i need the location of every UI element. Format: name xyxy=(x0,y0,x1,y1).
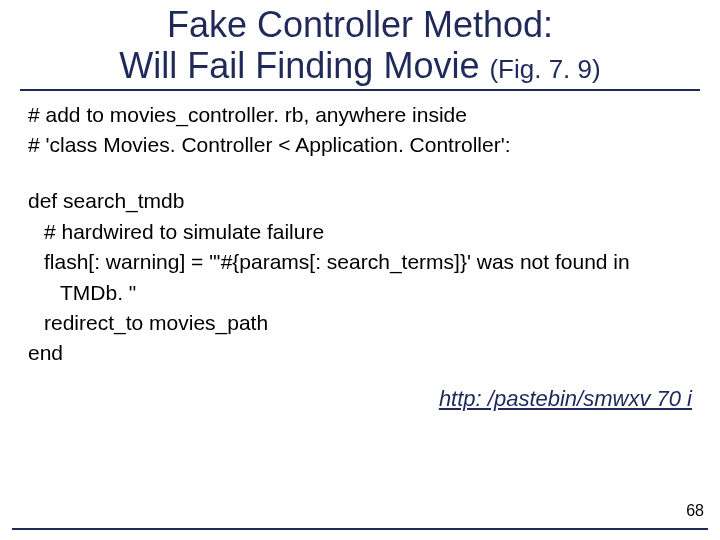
figure-reference: (Fig. 7. 9) xyxy=(489,54,600,84)
pastebin-link[interactable]: http: /pastebin/smwxv 70 i xyxy=(0,386,692,412)
page-number: 68 xyxy=(686,502,704,520)
code-def: def search_tmdb xyxy=(28,187,692,215)
comment-line-1: # add to movies_controller. rb, anywhere… xyxy=(28,101,692,129)
code-flash-line-1: flash[: warning] = "'#{params[: search_t… xyxy=(28,248,692,276)
comment-line-2: # 'class Movies. Controller < Applicatio… xyxy=(28,131,692,159)
slide-title: Fake Controller Method: Will Fail Findin… xyxy=(0,0,720,87)
code-end: end xyxy=(28,339,692,367)
code-flash-line-2: TMDb. " xyxy=(28,279,692,307)
title-line-1: Fake Controller Method: xyxy=(20,4,700,45)
footer-divider xyxy=(12,528,708,530)
code-block: def search_tmdb # hardwired to simulate … xyxy=(28,187,692,367)
slide: Fake Controller Method: Will Fail Findin… xyxy=(0,0,720,540)
title-main: Will Fail Finding Movie xyxy=(119,45,489,86)
code-comment-hardwired: # hardwired to simulate failure xyxy=(28,218,692,246)
slide-body: # add to movies_controller. rb, anywhere… xyxy=(0,91,720,368)
title-line-2: Will Fail Finding Movie (Fig. 7. 9) xyxy=(20,45,700,86)
code-redirect: redirect_to movies_path xyxy=(28,309,692,337)
